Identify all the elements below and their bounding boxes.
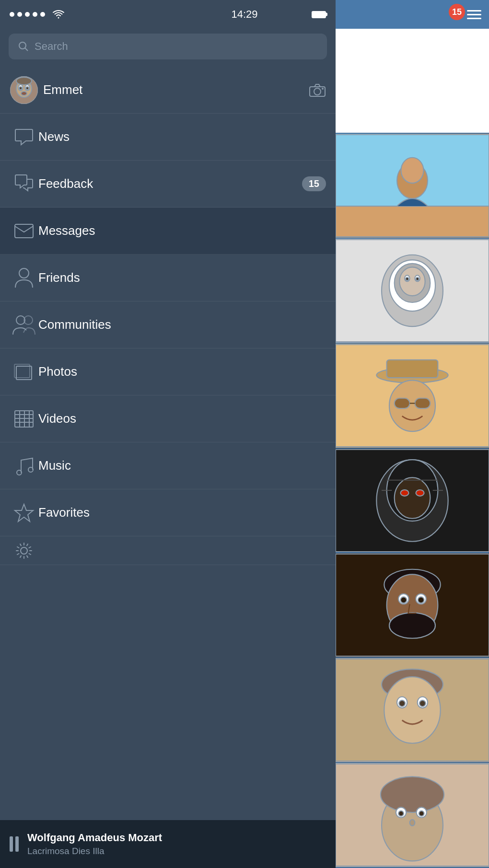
feed-item[interactable] [336, 658, 489, 763]
sidebar-item-settings[interactable] [0, 536, 336, 565]
photos-label: Photos [38, 364, 326, 379]
video-icon [13, 408, 35, 429]
hamburger-line [467, 18, 481, 19]
feedback-icon-container [10, 174, 38, 195]
messages-label: Messages [38, 223, 326, 238]
notification-badge: 15 [449, 4, 465, 20]
svg-point-80 [419, 811, 424, 816]
sidebar-item-communities[interactable]: Communities [0, 301, 336, 348]
signal-dot [25, 12, 30, 17]
feed-image [336, 344, 489, 448]
music-info: Wolfgang Amadeus Mozart Lacrimosa Dies I… [27, 832, 162, 856]
svg-rect-31 [336, 206, 489, 237]
svg-point-42 [416, 277, 419, 280]
svg-point-9 [16, 77, 32, 85]
sidebar-item-music[interactable]: Music [0, 442, 336, 489]
feed-item[interactable] [336, 29, 489, 134]
svg-point-65 [400, 597, 407, 603]
battery-indicator [312, 11, 326, 18]
svg-point-76 [381, 777, 444, 813]
signal-dot [17, 12, 22, 17]
feed-item[interactable] [336, 239, 489, 344]
chat-bubble-icon [13, 174, 35, 195]
music-player-bar[interactable]: Wolfgang Amadeus Mozart Lacrimosa Dies I… [0, 820, 336, 868]
sidebar-item-messages[interactable]: Messages [0, 208, 336, 255]
svg-point-38 [399, 267, 425, 296]
sidebar-item-photos[interactable]: Photos [0, 348, 336, 395]
svg-point-55 [416, 490, 424, 496]
star-icon [13, 502, 35, 523]
status-bar: 14:29 [0, 0, 336, 29]
music-subtitle: Lacrimosa Dies Illa [27, 846, 162, 856]
pause-bar-left [10, 836, 13, 852]
menu-list: Emmet News [0, 67, 336, 820]
svg-point-66 [418, 597, 424, 603]
favorites-icon-container [10, 502, 38, 523]
svg-point-41 [406, 277, 408, 280]
feed-image [336, 553, 489, 657]
right-header: 15 [336, 0, 489, 29]
feed-image-svg [336, 344, 489, 448]
search-icon [18, 41, 29, 52]
svg-line-1 [25, 48, 28, 51]
feed-item[interactable] [336, 553, 489, 658]
signal-dots [10, 12, 45, 17]
gear-icon [13, 540, 35, 561]
feed-item[interactable] [336, 134, 489, 239]
svg-point-12 [322, 88, 324, 90]
hamburger-menu[interactable] [467, 10, 481, 19]
feed-image-svg [336, 553, 489, 657]
sidebar-item-news[interactable]: News [0, 114, 336, 161]
photos-icon-container [10, 361, 38, 382]
svg-marker-28 [15, 504, 33, 521]
svg-point-29 [21, 547, 27, 554]
sidebar-item-friends[interactable]: Friends [0, 255, 336, 301]
svg-point-79 [398, 811, 404, 816]
news-label: News [38, 129, 326, 144]
chat-icon [13, 127, 35, 147]
pause-bar-right [15, 836, 19, 852]
videos-label: Videos [38, 411, 326, 426]
svg-point-72 [399, 700, 405, 706]
svg-rect-48 [415, 398, 430, 408]
feed-item[interactable] [336, 763, 489, 868]
svg-point-54 [400, 490, 408, 496]
svg-point-6 [19, 87, 22, 90]
feed-image-svg [336, 763, 489, 867]
signal-dot [10, 12, 14, 17]
friends-label: Friends [38, 270, 326, 285]
hamburger-line [467, 10, 481, 12]
feed-image-svg [336, 134, 489, 238]
feed-image [336, 449, 489, 553]
hamburger-line [467, 14, 481, 15]
right-panel: 15 [336, 0, 489, 868]
feed-image [336, 658, 489, 762]
feed-item[interactable] [336, 449, 489, 554]
sidebar-item-videos[interactable]: Videos [0, 395, 336, 442]
messages-icon-container [10, 222, 38, 240]
camera-icon[interactable] [309, 83, 326, 97]
search-bar[interactable]: Search [9, 34, 327, 59]
svg-point-53 [395, 477, 431, 518]
user-avatar [10, 76, 38, 104]
feed-item[interactable] [336, 344, 489, 449]
feed-image [336, 134, 489, 238]
pause-button[interactable] [10, 836, 19, 852]
svg-point-81 [410, 820, 415, 826]
signal-dot [33, 12, 37, 17]
profile-name: Emmet [43, 82, 309, 97]
communities-icon-container [10, 314, 38, 336]
feed-image-svg [336, 239, 489, 343]
favorites-label: Favorites [38, 505, 326, 520]
search-placeholder: Search [35, 40, 68, 53]
communities-label: Communities [38, 317, 326, 332]
left-panel: 14:29 Search [0, 0, 336, 868]
sidebar-item-feedback[interactable]: Feedback 15 [0, 161, 336, 208]
avatar-image [10, 76, 38, 104]
sidebar-item-profile[interactable]: Emmet [0, 67, 336, 114]
battery-fill [313, 12, 325, 17]
feed-image [336, 763, 489, 867]
sidebar-item-favorites[interactable]: Favorites [0, 489, 336, 536]
status-time: 14:29 [231, 8, 257, 21]
person-icon [14, 267, 34, 289]
